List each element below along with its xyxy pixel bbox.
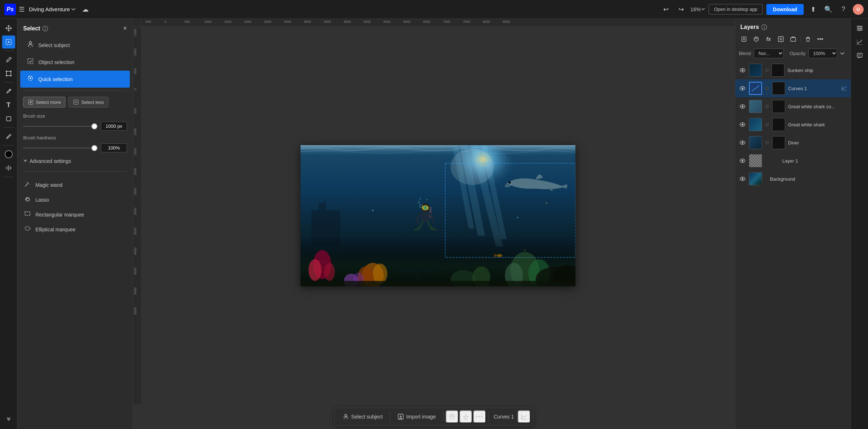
v-ruler-tick-3500: 3500 <box>133 228 137 235</box>
layer-visibility-layer-1[interactable] <box>739 159 746 163</box>
ps-logo: Ps <box>4 4 16 15</box>
bottom-sparkle-icon[interactable] <box>459 410 472 423</box>
svg-point-16 <box>30 77 31 79</box>
horizontal-ruler: -500050010001500200025003000350040004500… <box>133 19 735 27</box>
brush-hardness-input[interactable] <box>101 143 127 152</box>
layer-item-great-white[interactable]: Great white shark <box>735 115 851 134</box>
select-panel-close[interactable]: × <box>123 25 127 32</box>
curves-layer-settings-icon[interactable] <box>841 85 847 92</box>
bottom-select-subject-button[interactable]: Select subject <box>337 411 388 423</box>
tool-eyedropper[interactable] <box>2 130 15 143</box>
layer-visibility-curves-1[interactable] <box>739 86 746 91</box>
panel-item-select-subject[interactable]: Select subject <box>20 37 130 54</box>
more-layers-button[interactable]: ••• <box>814 34 826 44</box>
avatar[interactable]: U <box>853 4 864 15</box>
right-panels: Layers i fx <box>735 19 851 429</box>
cloud-icon[interactable]: ☁ <box>82 5 89 13</box>
layer-thumb2-great-white <box>772 118 785 131</box>
layer-visibility-diver[interactable] <box>739 140 746 145</box>
v-ruler-tick-0: 0 <box>133 88 137 90</box>
layer-item-curves-1[interactable]: Curves 1 <box>735 79 851 97</box>
adjust-layer-button[interactable] <box>750 34 762 44</box>
zoom-control[interactable]: 16% <box>690 7 705 12</box>
tool-lasso[interactable]: Lasso <box>17 192 133 207</box>
hamburger-menu[interactable]: ☰ <box>19 5 25 13</box>
tool-rectangular-marquee[interactable]: Rectangular marquee <box>17 207 133 222</box>
brush-size-input[interactable] <box>101 122 127 131</box>
ruler-tick--500: -500 <box>145 20 151 24</box>
svg-rect-8 <box>7 117 11 121</box>
bottom-blend-icon[interactable] <box>446 410 459 423</box>
mask-button[interactable] <box>775 34 787 44</box>
layer-item-diver[interactable]: Diver <box>735 134 851 152</box>
delete-layer-button[interactable] <box>802 34 814 44</box>
select-more-button[interactable]: Select more <box>23 97 65 108</box>
bottom-curves-settings-icon[interactable] <box>518 410 531 423</box>
tool-brush[interactable] <box>2 53 15 66</box>
tool-elliptical-marquee[interactable]: Elliptical marquee <box>17 222 133 237</box>
left-toolbar: T <box>0 19 17 429</box>
search-icon[interactable]: 🔍 <box>822 4 834 15</box>
blend-select[interactable]: Nor... Multiply Screen Overlay <box>754 49 784 58</box>
layer-visibility-background[interactable] <box>739 177 746 181</box>
layer-thumb-great-white <box>749 118 762 131</box>
v-ruler-tick-3000: 3000 <box>133 208 137 215</box>
layer-name-great-white: Great white shark <box>788 122 847 127</box>
svg-point-32 <box>546 202 547 203</box>
download-button[interactable]: Download <box>766 4 804 15</box>
svg-point-86 <box>742 88 744 89</box>
tool-gradient[interactable] <box>2 161 15 174</box>
rectangular-marquee-icon <box>23 210 32 219</box>
advanced-settings-toggle[interactable]: Advanced settings <box>17 154 133 168</box>
layer-name-background: Background <box>770 176 847 182</box>
tool-shape[interactable] <box>2 112 15 125</box>
tool-magic-wand[interactable]: Magic wand <box>17 177 133 192</box>
svg-point-104 <box>859 29 860 31</box>
svg-point-3 <box>6 71 7 72</box>
redo-icon[interactable]: ↪ <box>675 4 687 15</box>
bottom-import-image-button[interactable]: Import image <box>392 411 441 423</box>
canvas-image[interactable] <box>301 145 575 286</box>
share-icon[interactable]: ⬆ <box>807 4 819 15</box>
add-layer-button[interactable] <box>738 34 750 44</box>
layer-name-sunken-ship: Sunken ship <box>787 68 847 73</box>
select-less-button[interactable]: Select less <box>68 97 109 108</box>
tool-transform[interactable] <box>2 67 15 80</box>
collapse-toolbar[interactable] <box>2 413 15 426</box>
brush-hardness-slider[interactable] <box>23 148 97 148</box>
svg-point-92 <box>742 124 744 126</box>
tool-pen[interactable] <box>2 85 15 98</box>
layer-list: Sunken ship Curves <box>735 61 851 429</box>
tool-type[interactable]: T <box>2 98 15 112</box>
bottom-more-button[interactable]: ••• <box>473 410 486 423</box>
adjustments-panel-icon[interactable] <box>853 35 866 49</box>
layer-visibility-great-white-co[interactable] <box>739 104 746 109</box>
canvas-scroll[interactable] <box>141 27 735 404</box>
properties-panel-icon[interactable] <box>853 22 866 35</box>
layer-visibility-great-white[interactable] <box>739 122 746 127</box>
tool-select[interactable] <box>2 35 15 49</box>
help-icon[interactable]: ? <box>838 4 849 15</box>
layer-item-background[interactable]: Background <box>735 170 851 188</box>
open-desktop-button[interactable]: Open in desktop app <box>709 4 763 14</box>
fx-button[interactable]: fx <box>763 34 774 44</box>
layers-toolbar: fx ••• <box>735 34 851 47</box>
topbar: Ps ☰ Diving Adventure ☁ ↩ ↪ 16% Open in … <box>0 0 868 19</box>
layer-item-great-white-co[interactable]: Great white shark co... <box>735 97 851 115</box>
ruler-tick-2500: 2500 <box>264 20 271 24</box>
panel-item-object-selection[interactable]: Object selection <box>20 54 130 71</box>
group-button[interactable] <box>787 34 799 44</box>
layer-item-sunken-ship[interactable]: Sunken ship <box>735 61 851 79</box>
panel-item-quick-selection[interactable]: Quick selection <box>20 71 130 88</box>
layer-mask-dot-curves <box>766 87 769 90</box>
document-title[interactable]: Diving Adventure <box>29 6 76 12</box>
tool-move[interactable] <box>2 22 15 35</box>
comments-panel-icon[interactable] <box>853 49 866 62</box>
layer-visibility-sunken-ship[interactable] <box>739 68 746 72</box>
undo-icon[interactable]: ↩ <box>660 4 672 15</box>
layer-item-layer-1[interactable]: Layer 1 <box>735 152 851 170</box>
opacity-select[interactable]: 100% 75% 50% <box>808 49 837 58</box>
brush-size-slider[interactable] <box>23 126 97 127</box>
tool-fill[interactable] <box>2 148 15 161</box>
svg-point-103 <box>860 28 862 29</box>
